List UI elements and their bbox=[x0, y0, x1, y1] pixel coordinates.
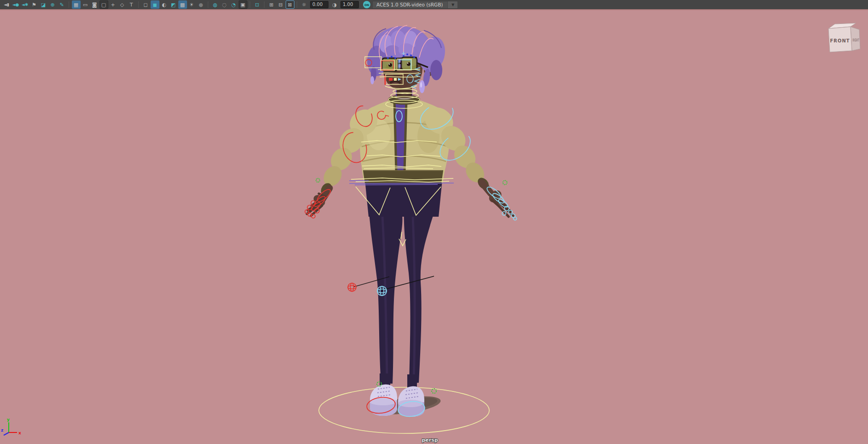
motion-blur-icon[interactable]: ◌ bbox=[220, 0, 229, 9]
film-gate-icon[interactable]: ▭ bbox=[81, 0, 90, 9]
use-default-material-icon[interactable]: ◐ bbox=[160, 0, 169, 9]
xray-icon[interactable]: ⊞ bbox=[267, 0, 276, 9]
toolbar-separator bbox=[138, 1, 139, 8]
viewport-toolbar: ◄▮◄●◄✱⚑◪⊕✎▦▭◙▢+◇T◻◼◐◩▩☀●◍◌◔▣⊡⊞⊟⊠☼ 0.00 ◑… bbox=[0, 0, 868, 10]
toolbar-separator bbox=[250, 1, 250, 8]
textured-icon[interactable]: ◩ bbox=[169, 0, 178, 9]
gate-mask-icon[interactable]: ▢ bbox=[100, 0, 108, 9]
toolbar-icon-strip: ◄▮◄●◄✱⚑◪⊕✎▦▭◙▢+◇T◻◼◐◩▩☀●◍◌◔▣⊡⊞⊟⊠☼ bbox=[2, 0, 309, 9]
maya-viewport-window: ◄▮◄●◄✱⚑◪⊕✎▦▭◙▢+◇T◻◼◐◩▩☀●◍◌◔▣⊡⊞⊟⊠☼ 0.00 ◑… bbox=[0, 0, 868, 444]
scene-svg: FRONT RIGHT y x z persp bbox=[0, 10, 868, 444]
field-chart-icon[interactable]: + bbox=[109, 0, 117, 9]
xray-joints-icon[interactable]: ⊟ bbox=[276, 0, 285, 9]
exposure-field[interactable]: 0.00 bbox=[310, 1, 328, 8]
isolate-select-icon[interactable]: ⊡ bbox=[253, 0, 262, 9]
jacket bbox=[360, 88, 450, 184]
view-transform-label: ACES 1.0 SDR-video (sRGB) bbox=[373, 2, 447, 7]
left-knee-pole-vector[interactable] bbox=[348, 283, 356, 291]
smooth-shade-icon[interactable]: ◼ bbox=[151, 0, 159, 9]
axis-x-label: x bbox=[18, 431, 21, 435]
grid-icon[interactable]: ▦ bbox=[72, 0, 81, 9]
pan-zoom-icon[interactable]: ⊕ bbox=[48, 0, 57, 9]
view-cube-side-label[interactable]: RIGHT bbox=[853, 38, 859, 42]
image-plane-edit-icon[interactable]: ⊠ bbox=[286, 0, 294, 9]
left-hand bbox=[307, 188, 329, 216]
camera-label: persp bbox=[422, 437, 438, 443]
exposure-icon[interactable]: ☼ bbox=[300, 0, 309, 9]
axis-gizmo: y x z bbox=[1, 417, 21, 435]
anti-aliasing-icon[interactable]: ◔ bbox=[229, 0, 238, 9]
view-cube-front-label[interactable]: FRONT bbox=[830, 38, 850, 43]
safe-title-icon[interactable]: T bbox=[127, 0, 136, 9]
shadows-icon[interactable]: ● bbox=[197, 0, 205, 9]
axis-z-label: z bbox=[1, 428, 3, 432]
toolbar-separator bbox=[264, 1, 264, 8]
color-management-toggle[interactable]: ON bbox=[363, 1, 370, 8]
bookmark-icon[interactable]: ⚑ bbox=[30, 0, 39, 9]
transparency-icon[interactable]: ▣ bbox=[239, 0, 247, 9]
image-plane-icon[interactable]: ◪ bbox=[39, 0, 48, 9]
wireframe-icon[interactable]: ◻ bbox=[141, 0, 150, 9]
select-camera-icon[interactable]: ◄▮ bbox=[2, 0, 11, 9]
safe-action-icon[interactable]: ◇ bbox=[118, 0, 127, 9]
camera-attributes-icon[interactable]: ◄✱ bbox=[21, 0, 29, 9]
grease-pencil-icon[interactable]: ✎ bbox=[58, 0, 66, 9]
wireframe-on-shaded-icon[interactable]: ▩ bbox=[178, 0, 187, 9]
view-cube[interactable]: FRONT RIGHT bbox=[828, 23, 860, 52]
occlusion-icon[interactable]: ◍ bbox=[211, 0, 220, 9]
axis-y-label: y bbox=[7, 417, 10, 422]
toolbar-separator bbox=[297, 1, 297, 8]
leggings bbox=[365, 180, 442, 384]
gamma-icon[interactable]: ◑ bbox=[330, 0, 339, 9]
toolbar-separator bbox=[69, 1, 69, 8]
view-transform-dropdown[interactable]: ACES 1.0 SDR-video (sRGB) ▼ bbox=[372, 1, 458, 9]
lock-camera-icon[interactable]: ◄● bbox=[12, 0, 20, 9]
dropdown-arrow-icon[interactable]: ▼ bbox=[447, 1, 457, 9]
viewport-3d[interactable]: FRONT RIGHT y x z persp bbox=[0, 10, 868, 444]
resolution-gate-icon[interactable]: ◙ bbox=[90, 0, 99, 9]
lights-icon[interactable]: ☀ bbox=[188, 0, 196, 9]
gamma-field[interactable]: 1.00 bbox=[340, 1, 359, 8]
character-model bbox=[307, 26, 513, 417]
toolbar-separator bbox=[208, 1, 208, 8]
